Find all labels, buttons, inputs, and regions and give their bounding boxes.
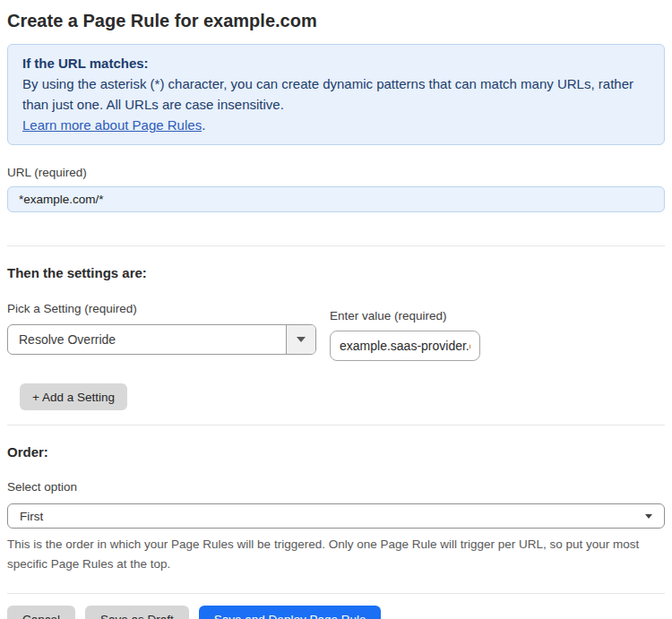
learn-more-link[interactable]: Learn more about Page Rules [22, 117, 202, 133]
footer-actions: Cancel Save as Draft Save and Deploy Pag… [7, 606, 665, 619]
setting-picker-value: Resolve Override [8, 325, 286, 354]
url-input[interactable] [7, 186, 665, 212]
info-box-heading: If the URL matches: [22, 53, 650, 73]
settings-row: Pick a Setting (required) Resolve Overri… [7, 302, 665, 361]
order-section-heading: Order: [7, 444, 665, 460]
page-rule-form: Create a Page Rule for example.com If th… [0, 11, 672, 619]
url-match-info-box: If the URL matches: By using the asteris… [7, 44, 665, 145]
value-field-label: Enter value (required) [330, 309, 480, 322]
add-setting-button[interactable]: + Add a Setting [20, 383, 127, 410]
order-select-label: Select option [7, 480, 665, 494]
settings-section-heading: Then the settings are: [7, 265, 665, 280]
info-box-link-line: Learn more about Page Rules. [22, 115, 650, 135]
order-help-text: This is the order in which your Page Rul… [7, 535, 652, 574]
page-title: Create a Page Rule for example.com [7, 11, 665, 31]
link-suffix: . [202, 117, 205, 133]
footer-divider [7, 593, 665, 594]
save-as-draft-button[interactable]: Save as Draft [85, 606, 189, 619]
setting-value-column: Enter value (required) [330, 302, 480, 361]
setting-picker-column: Pick a Setting (required) Resolve Overri… [7, 302, 316, 355]
cancel-button[interactable]: Cancel [7, 606, 75, 619]
order-select[interactable]: First [7, 503, 665, 529]
setting-value-input[interactable] [330, 331, 480, 361]
setting-picker-label: Pick a Setting (required) [7, 302, 316, 315]
info-box-body: By using the asterisk (*) character, you… [22, 73, 650, 115]
save-and-deploy-button[interactable]: Save and Deploy Page Rule [199, 606, 382, 619]
order-select-value: First [20, 510, 645, 523]
section-divider [7, 425, 665, 426]
caret-down-icon [645, 514, 652, 519]
caret-down-icon [297, 337, 306, 342]
dropdown-arrow-box [286, 325, 315, 354]
setting-picker-dropdown[interactable]: Resolve Override [7, 324, 316, 355]
url-field-label: URL (required) [7, 166, 665, 179]
section-divider [7, 245, 665, 246]
